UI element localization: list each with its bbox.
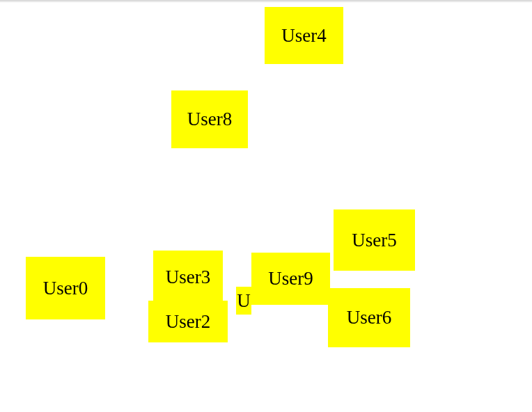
user-node-user9[interactable]: User9 <box>251 253 330 305</box>
user-node-user0[interactable]: User0 <box>26 257 105 319</box>
user-node-user6[interactable]: User6 <box>328 288 410 347</box>
user-node-user8[interactable]: User8 <box>171 90 248 148</box>
user-node-user3[interactable]: User3 <box>153 251 223 303</box>
diagram-canvas: User4User8User5UUser3User9User0User2User… <box>0 2 532 412</box>
user-node-user5[interactable]: User5 <box>334 209 415 271</box>
user-node-user2[interactable]: User2 <box>148 301 228 342</box>
user-node-user9_partial[interactable]: U <box>236 287 251 315</box>
user-node-user4[interactable]: User4 <box>265 7 343 64</box>
